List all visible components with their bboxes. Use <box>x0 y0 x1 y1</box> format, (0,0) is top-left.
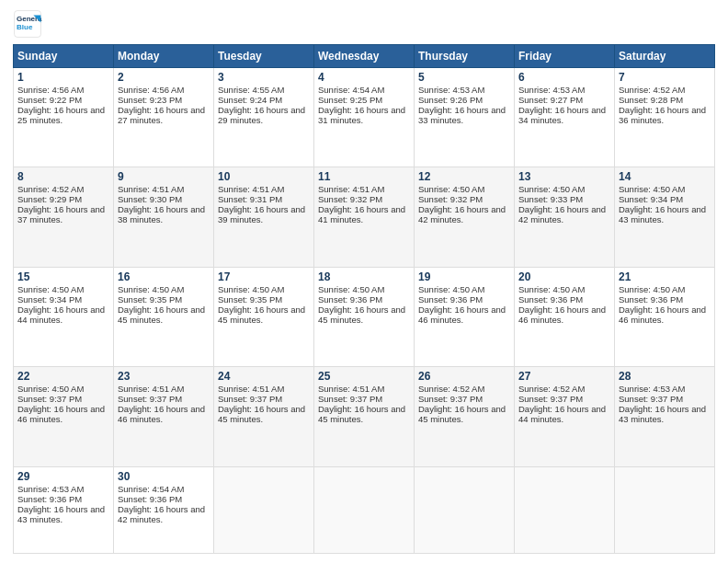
calendar-cell: 18Sunrise: 4:50 AMSunset: 9:36 PMDayligh… <box>314 267 415 366</box>
day-number: 8 <box>17 170 109 183</box>
daylight-label: Daylight: 16 hours and 46 minutes. <box>418 304 506 325</box>
daylight-label: Daylight: 16 hours and 43 minutes. <box>619 404 706 424</box>
day-number: 1 <box>17 71 109 84</box>
sunset: Sunset: 9:37 PM <box>17 394 82 404</box>
day-number: 11 <box>318 170 410 183</box>
daylight-label: Daylight: 16 hours and 33 minutes. <box>418 105 506 125</box>
calendar-cell: 30Sunrise: 4:54 AMSunset: 9:36 PMDayligh… <box>114 466 214 554</box>
daylight-label: Daylight: 16 hours and 37 minutes. <box>17 204 105 224</box>
calendar-cell: 26Sunrise: 4:52 AMSunset: 9:37 PMDayligh… <box>415 367 515 466</box>
svg-text:Blue: Blue <box>17 23 33 31</box>
calendar-cell <box>615 466 715 554</box>
sunrise: Sunrise: 4:53 AM <box>518 85 585 95</box>
daylight-label: Daylight: 16 hours and 38 minutes. <box>118 204 205 224</box>
daylight-label: Daylight: 16 hours and 31 minutes. <box>318 105 405 125</box>
col-sunday: Sunday <box>14 45 114 68</box>
sunrise: Sunrise: 4:50 AM <box>418 184 484 194</box>
sunrise: Sunrise: 4:52 AM <box>619 85 685 95</box>
calendar-cell: 25Sunrise: 4:51 AMSunset: 9:37 PMDayligh… <box>314 367 415 466</box>
day-number: 24 <box>218 370 310 383</box>
day-number: 25 <box>318 370 410 383</box>
sunset: Sunset: 9:23 PM <box>118 95 182 105</box>
sunrise: Sunrise: 4:51 AM <box>118 384 184 394</box>
calendar-cell: 5Sunrise: 4:53 AMSunset: 9:26 PMDaylight… <box>415 68 515 167</box>
calendar-table: Sunday Monday Tuesday Wednesday Thursday… <box>13 44 715 554</box>
sunset: Sunset: 9:37 PM <box>318 394 382 404</box>
sunrise: Sunrise: 4:50 AM <box>518 284 585 294</box>
day-number: 18 <box>318 270 410 283</box>
daylight-label: Daylight: 16 hours and 45 minutes. <box>318 304 405 325</box>
day-number: 26 <box>418 370 510 383</box>
calendar-cell <box>415 466 515 554</box>
calendar-cell: 1Sunrise: 4:56 AMSunset: 9:22 PMDaylight… <box>14 68 114 167</box>
day-number: 7 <box>619 71 711 84</box>
sunrise: Sunrise: 4:56 AM <box>17 85 84 95</box>
sunset: Sunset: 9:35 PM <box>218 294 282 304</box>
daylight-label: Daylight: 16 hours and 43 minutes. <box>17 504 105 524</box>
calendar-cell: 29Sunrise: 4:53 AMSunset: 9:36 PMDayligh… <box>14 466 114 554</box>
sunset: Sunset: 9:37 PM <box>418 394 483 404</box>
sunrise: Sunrise: 4:51 AM <box>218 184 284 194</box>
sunset: Sunset: 9:24 PM <box>218 95 282 105</box>
sunset: Sunset: 9:37 PM <box>218 394 282 404</box>
calendar-cell: 14Sunrise: 4:50 AMSunset: 9:34 PMDayligh… <box>615 167 715 267</box>
sunset: Sunset: 9:22 PM <box>17 95 82 105</box>
day-number: 22 <box>17 370 109 383</box>
sunset: Sunset: 9:36 PM <box>318 294 382 304</box>
day-number: 27 <box>518 370 610 383</box>
day-number: 13 <box>518 170 610 183</box>
day-number: 20 <box>518 270 610 283</box>
calendar-cell: 24Sunrise: 4:51 AMSunset: 9:37 PMDayligh… <box>214 367 314 466</box>
calendar-cell: 20Sunrise: 4:50 AMSunset: 9:36 PMDayligh… <box>515 267 615 366</box>
calendar-cell <box>214 466 314 554</box>
day-number: 28 <box>619 370 711 383</box>
sunrise: Sunrise: 4:51 AM <box>118 184 184 194</box>
sunset: Sunset: 9:36 PM <box>418 294 483 304</box>
sunset: Sunset: 9:34 PM <box>17 294 82 304</box>
daylight-label: Daylight: 16 hours and 46 minutes. <box>619 304 706 325</box>
sunrise: Sunrise: 4:56 AM <box>118 85 184 95</box>
calendar-cell: 8Sunrise: 4:52 AMSunset: 9:29 PMDaylight… <box>14 167 114 267</box>
daylight-label: Daylight: 16 hours and 34 minutes. <box>518 105 606 125</box>
daylight-label: Daylight: 16 hours and 44 minutes. <box>17 304 105 325</box>
daylight-label: Daylight: 16 hours and 36 minutes. <box>619 105 706 125</box>
day-number: 10 <box>218 170 310 183</box>
sunset: Sunset: 9:28 PM <box>619 95 683 105</box>
daylight-label: Daylight: 16 hours and 46 minutes. <box>518 304 606 325</box>
sunrise: Sunrise: 4:54 AM <box>318 85 384 95</box>
daylight-label: Daylight: 16 hours and 43 minutes. <box>619 204 706 224</box>
sunset: Sunset: 9:36 PM <box>619 294 683 304</box>
day-number: 12 <box>418 170 510 183</box>
calendar-cell: 6Sunrise: 4:53 AMSunset: 9:27 PMDaylight… <box>515 68 615 167</box>
calendar-cell: 4Sunrise: 4:54 AMSunset: 9:25 PMDaylight… <box>314 68 415 167</box>
calendar-cell <box>314 466 415 554</box>
daylight-label: Daylight: 16 hours and 45 minutes. <box>418 404 506 424</box>
calendar-cell: 23Sunrise: 4:51 AMSunset: 9:37 PMDayligh… <box>114 367 214 466</box>
sunrise: Sunrise: 4:52 AM <box>418 384 484 394</box>
sunrise: Sunrise: 4:53 AM <box>17 484 84 494</box>
day-number: 9 <box>118 170 210 183</box>
col-monday: Monday <box>114 45 214 68</box>
daylight-label: Daylight: 16 hours and 45 minutes. <box>118 304 205 325</box>
col-saturday: Saturday <box>615 45 715 68</box>
day-number: 4 <box>318 71 410 84</box>
daylight-label: Daylight: 16 hours and 42 minutes. <box>418 204 506 224</box>
daylight-label: Daylight: 16 hours and 46 minutes. <box>17 404 105 424</box>
sunrise: Sunrise: 4:51 AM <box>318 184 384 194</box>
daylight-label: Daylight: 16 hours and 42 minutes. <box>118 504 205 524</box>
sunrise: Sunrise: 4:50 AM <box>518 184 585 194</box>
sunset: Sunset: 9:29 PM <box>17 194 82 204</box>
calendar-cell: 3Sunrise: 4:55 AMSunset: 9:24 PMDaylight… <box>214 68 314 167</box>
daylight-label: Daylight: 16 hours and 42 minutes. <box>518 204 606 224</box>
calendar-cell: 9Sunrise: 4:51 AMSunset: 9:30 PMDaylight… <box>114 167 214 267</box>
sunrise: Sunrise: 4:55 AM <box>218 85 284 95</box>
logo-icon: General Blue <box>13 9 42 39</box>
day-number: 3 <box>218 71 310 84</box>
calendar-cell: 21Sunrise: 4:50 AMSunset: 9:36 PMDayligh… <box>615 267 715 366</box>
sunset: Sunset: 9:33 PM <box>518 194 583 204</box>
sunrise: Sunrise: 4:53 AM <box>418 85 484 95</box>
calendar-cell: 17Sunrise: 4:50 AMSunset: 9:35 PMDayligh… <box>214 267 314 366</box>
daylight-label: Daylight: 16 hours and 45 minutes. <box>318 404 405 424</box>
sunset: Sunset: 9:27 PM <box>518 95 583 105</box>
sunset: Sunset: 9:31 PM <box>218 194 282 204</box>
